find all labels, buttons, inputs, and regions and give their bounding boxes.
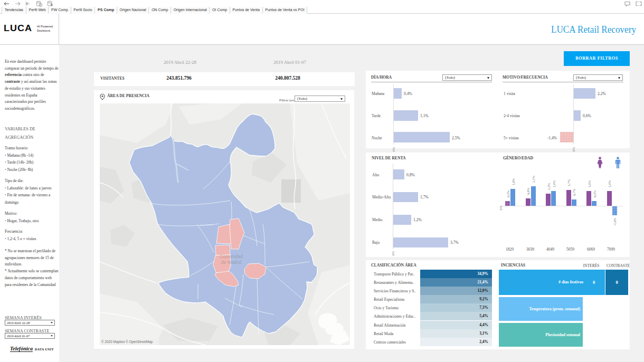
svg-text:© 2020 Mapbox © OpenStreetMap: © 2020 Mapbox © OpenStreetMap	[101, 340, 153, 344]
svg-text:Comunidad: Comunidad	[220, 254, 243, 259]
svg-text:de Madrid: de Madrid	[221, 260, 241, 265]
